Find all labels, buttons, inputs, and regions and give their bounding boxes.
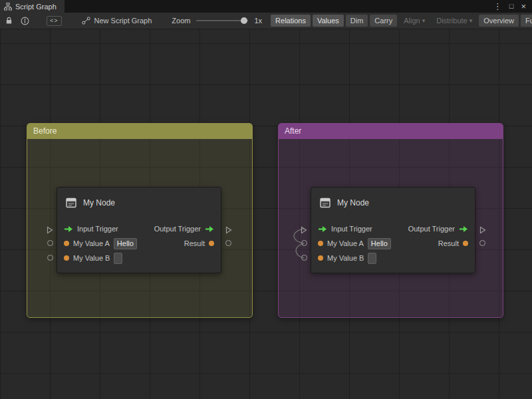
input-trigger-port-icon[interactable] — [318, 225, 327, 233]
value-a-row: My Value A Hello Result — [57, 236, 221, 251]
output-trigger-port-icon[interactable] — [205, 225, 214, 233]
graph-canvas[interactable]: Before After My Node — [0, 29, 532, 399]
graph-asset-icon — [82, 17, 90, 25]
result-outer-port[interactable] — [479, 240, 485, 246]
chevron-down-icon: ▾ — [469, 17, 473, 24]
relations-button[interactable]: Relations — [271, 15, 311, 27]
node-ports: Input Trigger Output Trigger My Value A — [57, 221, 221, 265]
input-trigger-label: Input Trigger — [331, 225, 372, 233]
node-title: My Node — [83, 198, 115, 207]
carry-button[interactable]: Carry — [370, 15, 397, 27]
node-my-node-after[interactable]: My Node Input Trigger Output Trigger — [311, 187, 475, 273]
code-view-icon[interactable]: <> — [47, 16, 62, 26]
input-trigger-outer-port[interactable] — [301, 225, 307, 237]
value-a-port-icon[interactable] — [64, 241, 69, 246]
group-after-header[interactable]: After — [279, 124, 503, 139]
value-b-row: My Value B — [57, 251, 221, 265]
zoom-control: Zoom 1x — [172, 17, 262, 25]
fullscreen-button[interactable]: Full Scr — [521, 15, 532, 27]
trigger-row: Input Trigger Output Trigger — [311, 221, 475, 236]
value-b-row: My Value B — [311, 251, 475, 265]
node-icon — [65, 197, 77, 209]
node-title: My Node — [337, 198, 369, 207]
value-a-outer-port[interactable] — [301, 240, 307, 246]
value-a-label: My Value A — [327, 239, 364, 247]
graph-name-label: New Script Graph — [94, 17, 152, 25]
value-a-outer-port[interactable] — [47, 240, 53, 246]
tab-script-graph[interactable]: Script Graph — [0, 0, 65, 13]
value-a-port-icon[interactable] — [318, 241, 323, 246]
result-outer-port[interactable] — [225, 240, 231, 246]
zoom-label: Zoom — [172, 17, 190, 25]
value-b-label: My Value B — [73, 254, 110, 262]
output-trigger-outer-port[interactable] — [479, 225, 486, 237]
result-label: Result — [184, 239, 205, 247]
zoom-slider-thumb[interactable] — [241, 17, 247, 24]
input-trigger-label: Input Trigger — [77, 225, 118, 233]
output-trigger-label: Output Trigger — [408, 225, 455, 233]
graph-breadcrumb[interactable]: New Script Graph — [82, 17, 152, 25]
graph-toolbar: <> New Script Graph Zoom 1x Relations Va… — [0, 13, 532, 29]
zoom-value: 1x — [254, 17, 262, 25]
input-trigger-outer-port[interactable] — [47, 225, 53, 237]
overview-button[interactable]: Overview — [479, 15, 519, 27]
value-a-field[interactable]: Hello — [114, 238, 137, 249]
value-b-port-icon[interactable] — [64, 255, 69, 261]
output-trigger-label: Output Trigger — [154, 225, 201, 233]
value-b-field[interactable] — [368, 253, 376, 264]
node-header[interactable]: My Node — [311, 188, 475, 209]
node-icon — [319, 197, 331, 209]
tab-label: Script Graph — [15, 3, 57, 11]
value-b-field[interactable] — [114, 253, 122, 264]
lock-icon[interactable] — [5, 17, 13, 25]
close-icon[interactable]: × — [521, 2, 526, 11]
value-a-label: My Value A — [73, 239, 110, 247]
value-b-outer-port[interactable] — [301, 255, 307, 261]
value-b-outer-port[interactable] — [47, 255, 53, 261]
input-trigger-port-icon[interactable] — [64, 225, 73, 233]
output-trigger-outer-port[interactable] — [225, 225, 232, 237]
script-graph-icon — [4, 3, 12, 11]
distribute-button[interactable]: Distribute▾ — [432, 15, 477, 27]
result-port-icon[interactable] — [463, 241, 468, 246]
group-before-label: Before — [33, 126, 57, 136]
script-graph-window: Script Graph ⋮ □ × <> — [0, 0, 532, 399]
tab-bar: Script Graph ⋮ □ × — [0, 0, 532, 13]
value-a-row: My Value A Hello Result — [311, 236, 475, 251]
value-b-port-icon[interactable] — [318, 255, 323, 261]
zoom-slider[interactable] — [196, 20, 248, 21]
value-b-label: My Value B — [327, 254, 364, 262]
values-button[interactable]: Values — [313, 15, 344, 27]
value-a-field[interactable]: Hello — [368, 238, 391, 249]
trigger-row: Input Trigger Output Trigger — [57, 221, 221, 236]
node-my-node-before[interactable]: My Node Input Trigger Output Trigger — [57, 187, 221, 273]
group-after-label: After — [285, 126, 301, 136]
toolbar-buttons: Relations Values Dim Carry Align▾ Distri… — [271, 15, 532, 27]
output-trigger-port-icon[interactable] — [459, 225, 468, 233]
info-icon[interactable] — [21, 17, 29, 25]
maximize-icon[interactable]: □ — [509, 3, 514, 10]
menu-icon[interactable]: ⋮ — [493, 2, 502, 11]
align-button[interactable]: Align▾ — [399, 15, 430, 27]
dim-button[interactable]: Dim — [346, 15, 368, 27]
result-label: Result — [438, 239, 459, 247]
result-port-icon[interactable] — [209, 241, 214, 246]
node-ports: Input Trigger Output Trigger My Value A — [311, 221, 475, 265]
group-before-header[interactable]: Before — [27, 124, 252, 139]
window-controls: ⋮ □ × — [493, 0, 532, 13]
chevron-down-icon: ▾ — [422, 17, 426, 24]
node-header[interactable]: My Node — [57, 188, 221, 209]
